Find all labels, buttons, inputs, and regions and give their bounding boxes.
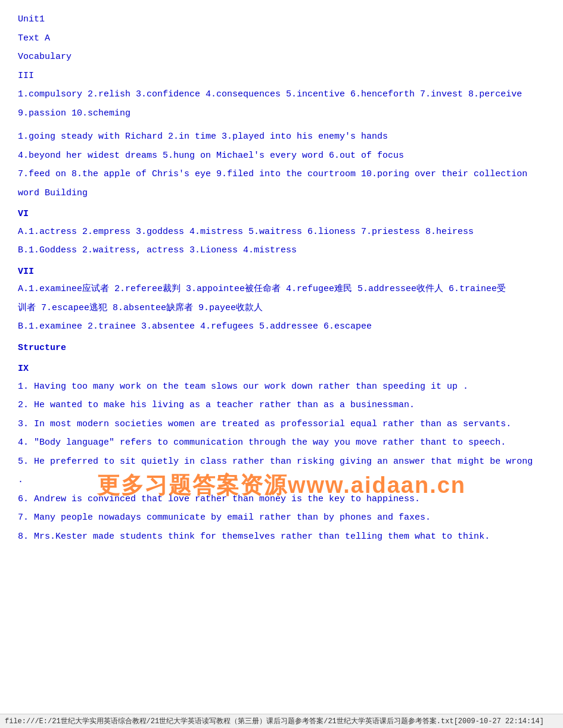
phrase-text-1: 1.going steady with Richard 2.in time 3.… — [18, 129, 545, 145]
ix-sentence-1: 1. Having too many work on the team slow… — [18, 379, 545, 395]
phrase-line-2: 4.beyond her widest dreams 5.hung on Mic… — [18, 148, 545, 164]
word-building-text: word Building — [18, 186, 545, 201]
section-vi-label: VI — [18, 207, 545, 222]
vii-a-text-1: A.1.examinee应试者 2.referee裁判 3.appointee被… — [18, 282, 545, 297]
ix-sentence-5: 5. He preferred to sit quietly in class … — [18, 454, 545, 470]
ix-sentence-2: 2. He wanted to make his living as a tea… — [18, 398, 545, 413]
word-building-label: word Building — [18, 186, 545, 201]
vocab-line-1: 1.compulsory 2.relish 3.confidence 4.con… — [18, 87, 545, 102]
phrase-text-3: 7.feed on 8.the apple of Chris's eye 9.f… — [18, 167, 545, 182]
vi-a-text: A.1.actress 2.empress 3.goddess 4.mistre… — [18, 224, 545, 240]
ix-text-3: 3. In most modern societies women are tr… — [18, 417, 545, 432]
ix-sentence-4: 4. "Body language" refers to communicati… — [18, 435, 545, 451]
unit-label: Unit1 — [18, 12, 545, 27]
section-vii-label: VII — [18, 264, 545, 280]
ix-sentence-3: 3. In most modern societies women are tr… — [18, 417, 545, 432]
status-bar-text: file:///E:/21世纪大学实用英语综合教程/21世纪大学英语读写教程（第… — [5, 717, 544, 726]
vocabulary-label: Vocabulary — [18, 49, 545, 65]
ix-text-8: 8. Mrs.Kester made students think for th… — [18, 529, 545, 545]
phrase-text-2: 4.beyond her widest dreams 5.hung on Mic… — [18, 148, 545, 164]
vii-a-text-2: 训者 7.escapee逃犯 8.absentee缺席者 9.payee收款人 — [18, 301, 545, 316]
section-ix-label: IX — [18, 361, 545, 377]
vii-a-line-1: A.1.examinee应试者 2.referee裁判 3.appointee被… — [18, 282, 545, 297]
vii-a-line-2: 训者 7.escapee逃犯 8.absentee缺席者 9.payee收款人 — [18, 301, 545, 316]
ix-sentence-7: 7. Many people nowadays communicate by e… — [18, 510, 545, 526]
vi-b-text: B.1.Goddess 2.waitress, actress 3.Liones… — [18, 243, 545, 258]
structure-label: Structure — [18, 340, 545, 356]
ix-text-4: 4. "Body language" refers to communicati… — [18, 435, 545, 451]
phrase-line-3: 7.feed on 8.the apple of Chris's eye 9.f… — [18, 167, 545, 182]
ix-text-2: 2. He wanted to make his living as a tea… — [18, 398, 545, 413]
section-vi-heading: VI — [18, 207, 545, 222]
vocabulary-heading: Vocabulary — [18, 49, 545, 65]
unit-heading: Unit1 — [18, 12, 545, 27]
page-container: Unit1 Text A Vocabulary III 1.compulsory… — [0, 0, 563, 583]
section-iii-label: III — [18, 68, 545, 84]
vocab-list-1: 1.compulsory 2.relish 3.confidence 4.con… — [18, 87, 545, 102]
text-a-heading: Text A — [18, 31, 545, 46]
vi-b-line: B.1.Goddess 2.waitress, actress 3.Liones… — [18, 243, 545, 258]
ix-sentence-8: 8. Mrs.Kester made students think for th… — [18, 529, 545, 545]
ix-text-7: 7. Many people nowadays communicate by e… — [18, 510, 545, 526]
section-ix-heading: IX — [18, 361, 545, 377]
vocab-line-2: 9.passion 10.scheming — [18, 106, 545, 121]
ix-text-1: 1. Having too many work on the team slow… — [18, 379, 545, 395]
watermark: 更多习题答案资源www.aidaan.cn — [97, 470, 466, 501]
status-bar: file:///E:/21世纪大学实用英语综合教程/21世纪大学英语读写教程（第… — [0, 714, 563, 728]
phrase-line-1: 1.going steady with Richard 2.in time 3.… — [18, 129, 545, 145]
vi-a-line: A.1.actress 2.empress 3.goddess 4.mistre… — [18, 224, 545, 240]
section-iii-heading: III — [18, 68, 545, 84]
ix-text-5: 5. He preferred to sit quietly in class … — [18, 454, 545, 470]
text-a-label: Text A — [18, 31, 545, 46]
vii-b-text: B.1.examinee 2.trainee 3.absentee 4.refu… — [18, 319, 545, 335]
vii-b-line: B.1.examinee 2.trainee 3.absentee 4.refu… — [18, 319, 545, 335]
vocab-list-2: 9.passion 10.scheming — [18, 106, 545, 121]
structure-heading: Structure — [18, 340, 545, 356]
section-vii-heading: VII — [18, 264, 545, 280]
